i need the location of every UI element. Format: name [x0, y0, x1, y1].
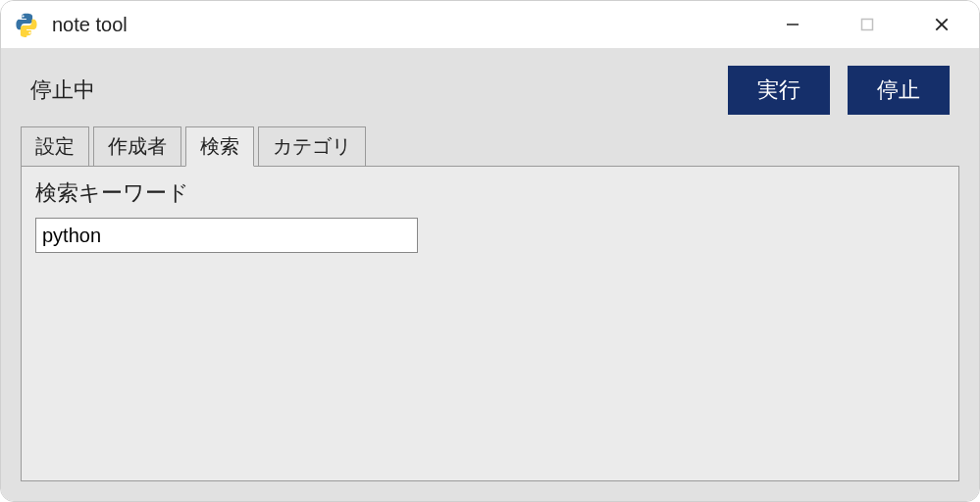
stop-button[interactable]: 停止 [848, 66, 950, 115]
svg-rect-1 [862, 20, 873, 30]
close-button[interactable] [904, 1, 979, 48]
tab-panel-search: 検索キーワード [21, 166, 959, 481]
client-area: 停止中 実行 停止 設定 作成者 検索 カテゴリ 検索キーワード [1, 48, 979, 501]
search-keyword-label: 検索キーワード [35, 178, 945, 208]
tab-settings[interactable]: 設定 [21, 126, 89, 166]
action-buttons: 実行 停止 [728, 66, 950, 115]
tab-author[interactable]: 作成者 [93, 126, 181, 166]
tab-category[interactable]: カテゴリ [258, 126, 366, 166]
run-button[interactable]: 実行 [728, 66, 830, 115]
tab-search[interactable]: 検索 [185, 126, 254, 167]
search-keyword-input[interactable] [35, 218, 418, 253]
app-window: note tool 停止中 実行 停止 設定 作成者 検索 [0, 0, 980, 502]
tab-strip: 設定 作成者 検索 カテゴリ [21, 126, 959, 166]
maximize-button[interactable] [830, 1, 904, 48]
topbar: 停止中 実行 停止 [1, 48, 979, 126]
tabs-container: 設定 作成者 検索 カテゴリ 検索キーワード [1, 126, 979, 501]
titlebar: note tool [1, 1, 979, 48]
window-title: note tool [52, 14, 128, 36]
minimize-button[interactable] [755, 1, 830, 48]
python-icon [13, 11, 40, 38]
status-label: 停止中 [30, 75, 95, 105]
window-controls [755, 1, 979, 48]
